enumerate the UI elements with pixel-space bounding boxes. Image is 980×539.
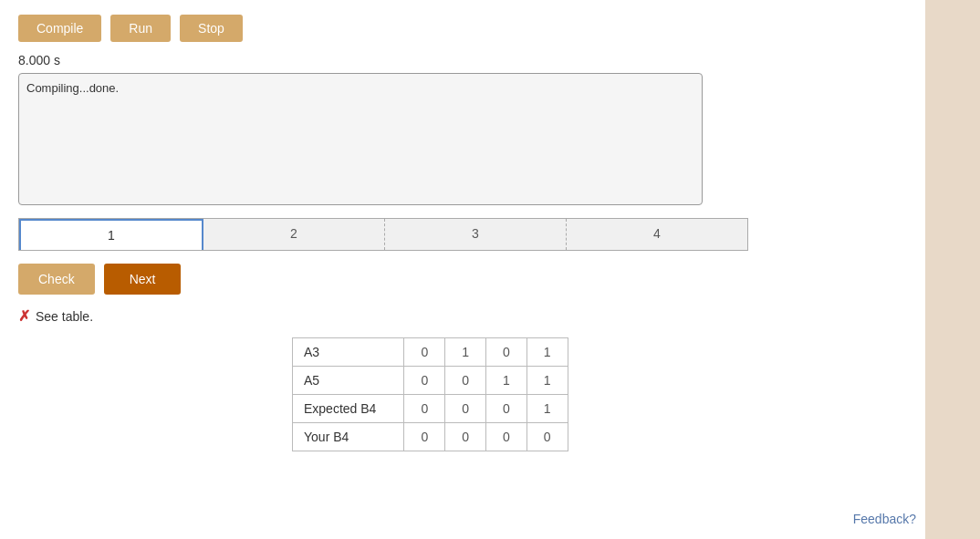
status-text: See table. <box>36 309 93 324</box>
table-row: Expected B40001 <box>293 395 568 423</box>
check-button[interactable]: Check <box>18 264 95 295</box>
toolbar: Compile Run Stop <box>18 15 907 42</box>
row-label: Expected B4 <box>293 395 404 423</box>
tab-4[interactable]: 4 <box>567 219 747 250</box>
cell-value: 0 <box>445 395 486 423</box>
table-row: Your B40000 <box>293 423 568 451</box>
tab-3[interactable]: 3 <box>385 219 567 250</box>
row-label: A3 <box>293 338 404 367</box>
cell-value: 0 <box>526 423 568 451</box>
status-row: ✗ See table. <box>18 307 907 325</box>
output-text: Compiling...done. <box>26 81 119 95</box>
cell-value: 1 <box>526 395 568 423</box>
table-row: A50011 <box>293 367 568 395</box>
cell-value: 0 <box>404 338 445 367</box>
cell-value: 0 <box>404 395 445 423</box>
compile-button[interactable]: Compile <box>18 15 101 42</box>
cell-value: 1 <box>485 367 526 395</box>
cell-value: 0 <box>485 338 526 367</box>
cell-value: 1 <box>445 338 486 367</box>
status-icon: ✗ <box>18 307 30 325</box>
cell-value: 0 <box>485 423 526 451</box>
row-label: A5 <box>293 367 404 395</box>
cell-value: 0 <box>445 367 486 395</box>
cell-value: 1 <box>526 367 568 395</box>
cell-value: 0 <box>485 395 526 423</box>
timer-label: 8.000 s <box>18 53 907 67</box>
run-button[interactable]: Run <box>110 15 171 42</box>
action-row: Check Next <box>18 264 907 295</box>
row-label: Your B4 <box>293 423 404 451</box>
result-table: A30101A50011Expected B40001Your B40000 <box>292 337 568 451</box>
stop-button[interactable]: Stop <box>180 15 243 42</box>
table-row: A30101 <box>293 338 568 367</box>
tab-2[interactable]: 2 <box>203 219 385 250</box>
right-sidebar <box>925 0 980 539</box>
cell-value: 1 <box>526 338 568 367</box>
cell-value: 0 <box>445 423 486 451</box>
next-button[interactable]: Next <box>104 264 182 295</box>
feedback-link[interactable]: Feedback? <box>853 512 916 526</box>
tab-bar: 1 2 3 4 <box>18 218 748 251</box>
output-box: Compiling...done. <box>18 73 703 205</box>
cell-value: 0 <box>404 423 445 451</box>
cell-value: 0 <box>404 367 445 395</box>
tab-1[interactable]: 1 <box>19 219 203 250</box>
